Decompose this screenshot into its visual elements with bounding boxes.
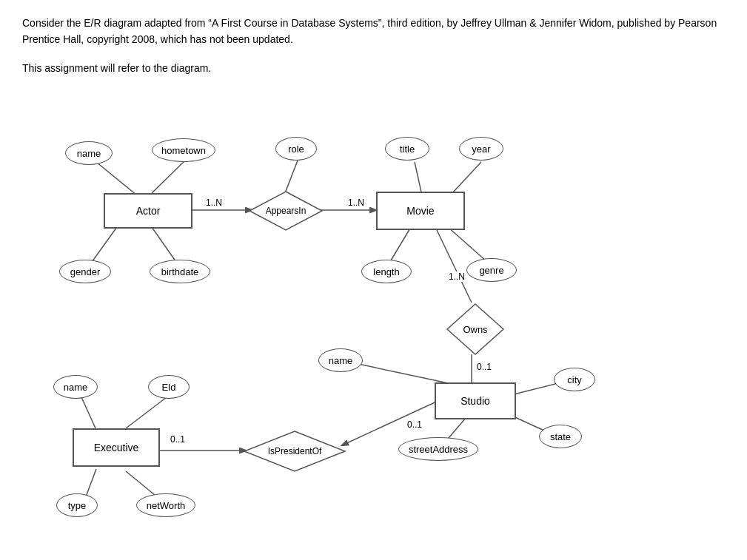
entity-executive: Executive <box>73 428 160 467</box>
intro-paragraph1: Consider the E/R diagram adapted from “A… <box>22 15 725 48</box>
attr-genre-label: genre <box>479 265 503 276</box>
attr-gender: gender <box>59 260 111 283</box>
rel-owns-label: Owns <box>463 324 487 335</box>
svg-line-13 <box>348 362 452 384</box>
attr-gender-label: gender <box>70 266 100 277</box>
entity-actor-label: Actor <box>136 205 161 217</box>
rel-owns: Owns <box>446 303 505 356</box>
attr-city: city <box>554 368 595 391</box>
svg-line-6 <box>415 162 422 195</box>
attr-name-actor: name <box>65 141 113 165</box>
attr-state: state <box>539 425 582 448</box>
entity-actor: Actor <box>104 193 192 229</box>
svg-line-7 <box>452 162 481 194</box>
entity-studio-label: Studio <box>460 395 490 407</box>
card-movie-appears: 1..N <box>348 198 364 208</box>
attr-genre: genre <box>466 258 517 282</box>
svg-line-11 <box>437 230 472 303</box>
rel-ispresidentof-label: IsPresidentOf <box>268 446 322 456</box>
card-actor-appears: 1..N <box>206 198 222 208</box>
entity-movie: Movie <box>376 192 465 230</box>
attr-networth: netWorth <box>136 493 195 517</box>
attr-year-label: year <box>472 144 490 155</box>
attr-title: title <box>385 137 429 161</box>
attr-type-label: type <box>68 500 87 511</box>
card-studio-pres: 0..1 <box>407 419 422 430</box>
attr-length: length <box>361 260 412 283</box>
card-movie-owns: 1..N <box>449 271 465 282</box>
svg-line-3 <box>152 227 178 264</box>
svg-line-19 <box>81 397 96 430</box>
attr-type: type <box>56 493 98 517</box>
entity-movie-label: Movie <box>406 205 434 217</box>
attr-length-label: length <box>373 266 399 277</box>
attr-name-studio-label: name <box>329 355 353 366</box>
attr-streetaddress-label: streetAddress <box>409 444 468 455</box>
svg-line-20 <box>126 397 167 428</box>
attr-hometown: hometown <box>152 138 215 162</box>
attr-role: role <box>275 137 317 161</box>
svg-line-10 <box>448 227 487 262</box>
attr-name-executive-label: name <box>64 382 88 393</box>
svg-line-1 <box>152 161 185 193</box>
attr-networth-label: netWorth <box>147 500 186 511</box>
attr-name-studio: name <box>318 348 363 372</box>
attr-city-label: city <box>567 374 582 385</box>
attr-birthdate-label: birthdate <box>161 266 199 277</box>
attr-state-label: state <box>550 431 571 442</box>
attr-name-executive: name <box>53 375 98 399</box>
attr-year: year <box>459 137 503 161</box>
attr-birthdate: birthdate <box>150 260 210 283</box>
rel-ispresidentof: IsPresidentOf <box>243 430 346 473</box>
card-studio-owns: 0..1 <box>477 362 492 372</box>
svg-line-2 <box>90 225 118 264</box>
entity-studio: Studio <box>435 382 516 419</box>
attr-role-label: role <box>288 144 304 155</box>
svg-line-8 <box>285 161 298 193</box>
attr-eld: Eld <box>148 375 190 399</box>
attr-name-actor-label: name <box>77 148 101 159</box>
intro-section: Consider the E/R diagram adapted from “A… <box>22 15 725 76</box>
rel-appearsin: AppearsIn <box>248 190 324 232</box>
attr-hometown-label: hometown <box>161 145 206 156</box>
rel-appearsin-label: AppearsIn <box>266 206 306 216</box>
er-diagram: Actor Movie Executive Studio AppearsIn O… <box>22 88 726 517</box>
svg-line-0 <box>96 162 137 195</box>
intro-paragraph2: This assignment will refer to the diagra… <box>22 60 725 76</box>
attr-title-label: title <box>400 144 415 155</box>
card-exec-pres: 0..1 <box>170 434 185 445</box>
attr-eld-label: Eld <box>162 382 176 393</box>
svg-line-9 <box>389 227 411 264</box>
attr-streetaddress: streetAddress <box>398 437 478 461</box>
entity-executive-label: Executive <box>94 442 139 453</box>
